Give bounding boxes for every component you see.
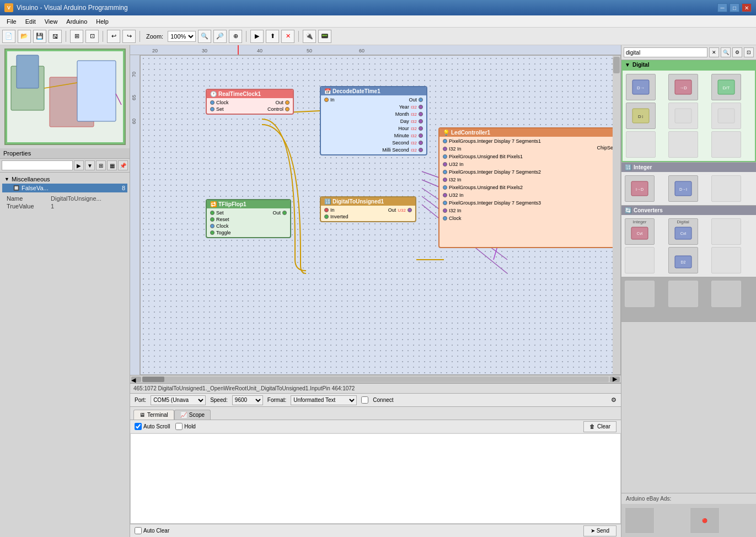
comp-cell-9[interactable] — [711, 131, 741, 158]
port-dot-led-u32-2[interactable] — [443, 193, 447, 197]
port-dot-led-seg3[interactable] — [443, 201, 447, 205]
scrollbar-h-right[interactable]: ▶ — [610, 377, 620, 382]
props-filter-btn[interactable]: ▦ — [107, 160, 117, 170]
port-dot-led-i32-2[interactable] — [443, 178, 447, 182]
tb-new-btn[interactable]: 📄 — [2, 30, 15, 43]
menu-view[interactable]: View — [40, 17, 62, 26]
auto-scroll-label[interactable]: Auto Scroll — [135, 423, 170, 430]
comp-cell-3[interactable]: D/T — [711, 74, 741, 100]
hold-checkbox[interactable] — [175, 423, 183, 430]
tb-stop-btn[interactable]: ✕ — [281, 30, 294, 43]
comp-conv-4[interactable] — [625, 247, 655, 273]
comp-gray1-1[interactable] — [625, 281, 655, 307]
menu-arduino[interactable]: Arduino — [62, 17, 92, 26]
comp-cell-4[interactable]: D↕ — [626, 103, 656, 129]
comp-cell-8[interactable] — [668, 131, 698, 158]
connect-checkbox[interactable] — [361, 396, 368, 404]
comp-gray1-2[interactable] — [668, 281, 698, 307]
comp-int-1[interactable]: I→D — [625, 175, 655, 202]
comp-cell-2[interactable]: →D — [668, 74, 698, 100]
ebay-cell-1[interactable] — [625, 507, 655, 534]
search-clear-btn[interactable]: ✕ — [709, 47, 719, 57]
node-led[interactable]: 💡 LedController1 ✕ PixelGroups.Integer D… — [438, 127, 621, 248]
port-dot-rtc-out[interactable] — [285, 100, 289, 105]
scrollbar-h-track[interactable] — [142, 377, 609, 382]
search-go-btn[interactable]: 🔍 — [721, 47, 731, 57]
comp-conv-3[interactable] — [711, 218, 741, 245]
properties-header[interactable]: Properties — [0, 148, 130, 159]
component-search-input[interactable] — [624, 47, 707, 57]
tb-arduino-btn[interactable]: 🔌 — [303, 30, 316, 43]
canvas-scrollbar-v[interactable] — [613, 56, 620, 374]
tb-zoomfit-btn[interactable]: ⊕ — [229, 30, 242, 43]
comp-cell-1[interactable]: D→ — [626, 74, 656, 100]
tb-board-btn[interactable]: 📟 — [318, 30, 331, 43]
props-pin-btn[interactable]: 📌 — [118, 160, 128, 170]
ebay-cell-2[interactable]: 🔴 — [690, 507, 720, 534]
port-dot-led-seg2[interactable] — [443, 170, 447, 174]
port-dot-led-ubp1[interactable] — [443, 154, 447, 159]
format-select[interactable]: Unformatted TextDecimalHexadecimal — [291, 395, 357, 405]
tab-terminal[interactable]: 🖥 Terminal — [133, 410, 174, 420]
port-dot-decode-month[interactable] — [419, 112, 423, 116]
tb-zoomout-btn[interactable]: 🔎 — [213, 30, 227, 43]
comp-conv-1[interactable]: Integer Cvt — [625, 218, 655, 245]
port-dot-led-u32-1[interactable] — [443, 162, 447, 167]
menu-help[interactable]: Help — [92, 17, 113, 26]
port-dot-led-i32-3[interactable] — [443, 208, 447, 213]
auto-clear-checkbox[interactable] — [135, 527, 142, 534]
tb-redo-btn[interactable]: ↪ — [122, 30, 136, 43]
zoom-select[interactable]: 100%50%150% — [168, 31, 196, 42]
comp-cell-6[interactable] — [711, 103, 741, 129]
port-dot-decode-milli[interactable] — [419, 148, 423, 152]
tree-falseva[interactable]: 🔲 FalseVa... 8 — [2, 184, 127, 192]
connect-label[interactable]: Connect — [373, 397, 393, 403]
tb-zoomin-btn[interactable]: 🔍 — [198, 30, 211, 43]
node-decode[interactable]: 📅 DecodeDateTIme1 In — [320, 86, 427, 155]
comp-conv-5[interactable]: D2 — [668, 247, 698, 273]
tb-open-btn[interactable]: 📂 — [18, 30, 31, 43]
speed-select[interactable]: 9600115200 — [232, 395, 263, 405]
titlebar-controls[interactable]: ─ □ ✕ — [717, 3, 752, 12]
node-rtc[interactable]: 🕐 RealTimeClock1 Clock — [206, 89, 294, 115]
comp-conv-2[interactable]: Digital Cvt — [668, 218, 698, 245]
tb-save-btn[interactable]: 💾 — [33, 30, 46, 43]
port-dot-tflip-reset[interactable] — [210, 217, 215, 222]
port-dot-dtu-out[interactable] — [408, 208, 412, 212]
scrollbar-h-left[interactable]: ◀ — [131, 377, 141, 382]
tb-upload-btn[interactable]: ⬆ — [266, 30, 279, 43]
port-dot-tflip-clock[interactable] — [210, 224, 215, 228]
comp-int-2[interactable]: D→I — [668, 175, 698, 202]
auto-scroll-checkbox[interactable] — [135, 423, 142, 430]
port-dot-led-seg1[interactable] — [443, 139, 447, 143]
scrollbar-v-thumb[interactable] — [613, 57, 620, 73]
port-dot-led-ubp2[interactable] — [443, 185, 447, 190]
props-sort-btn[interactable]: ⊞ — [96, 160, 106, 170]
comp-conv-6[interactable] — [711, 247, 741, 273]
terminal-body[interactable] — [130, 433, 621, 524]
tb-undo-btn[interactable]: ↩ — [107, 30, 120, 43]
port-dot-decode-minute[interactable] — [419, 133, 423, 138]
tb-grid-btn[interactable]: ⊞ — [70, 30, 83, 43]
port-dot-tflip-out[interactable] — [282, 211, 287, 215]
port-dot-rtc-clock[interactable] — [210, 100, 215, 105]
canvas-preview[interactable] — [4, 49, 126, 145]
tb-snap-btn[interactable]: ⊡ — [85, 30, 99, 43]
port-dot-tflip-toggle[interactable] — [210, 230, 215, 235]
port-dot-dtu-in[interactable] — [324, 208, 329, 212]
auto-clear-label[interactable]: Auto Clear — [135, 527, 169, 534]
port-dot-decode-day[interactable] — [419, 119, 423, 123]
props-expand-btn[interactable]: ▶ — [74, 160, 84, 170]
close-button[interactable]: ✕ — [742, 3, 752, 12]
comp-gray1-3[interactable] — [711, 281, 741, 307]
send-button[interactable]: ➤ Send — [583, 525, 616, 536]
node-tflip[interactable]: 🔁 TFlipFlop1 Set Re — [206, 199, 291, 238]
search-filter-btn[interactable]: ⊡ — [744, 47, 754, 57]
canvas-main[interactable]: 🕐 RealTimeClock1 Clock — [140, 55, 621, 375]
minimize-button[interactable]: ─ — [717, 3, 727, 12]
comp-cell-7[interactable] — [626, 131, 656, 158]
port-dot-rtc-set[interactable] — [210, 107, 215, 111]
node-dtu[interactable]: 🔢 DigitalToUnsigned1 In — [320, 196, 416, 222]
port-dot-rtc-control[interactable] — [285, 107, 289, 111]
menu-edit[interactable]: Edit — [21, 17, 40, 26]
